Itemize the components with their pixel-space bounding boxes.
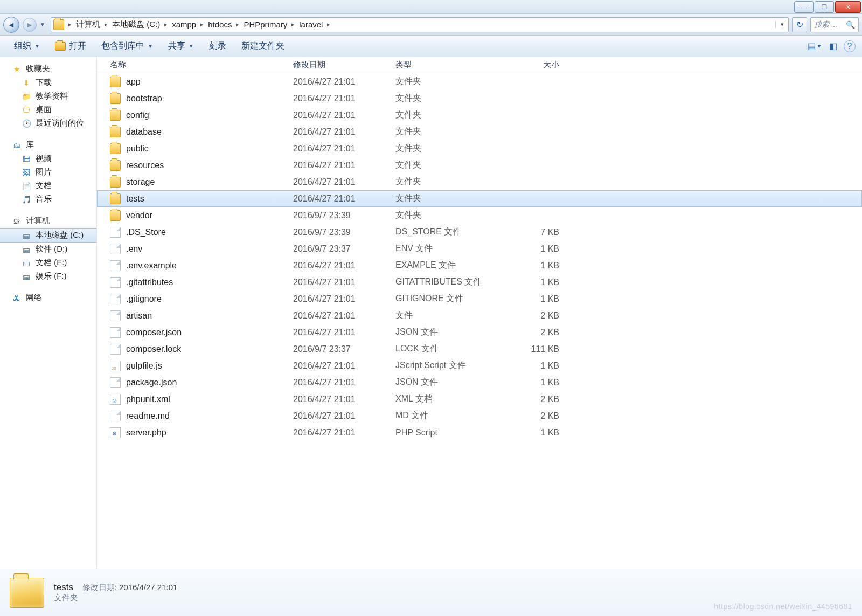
file-date: 2016/4/27 21:01 <box>293 278 395 287</box>
nav-favorites-header[interactable]: ★收藏夹 <box>0 61 96 76</box>
file-row[interactable]: .DS_Store2016/9/7 23:39DS_STORE 文件7 KB <box>97 224 862 240</box>
nav-item-icon: 🖴 <box>22 272 31 281</box>
file-row[interactable]: .gitattributes2016/4/27 21:01GITATTRIBUT… <box>97 274 862 290</box>
nav-item[interactable]: 🕑最近访问的位 <box>0 116 96 130</box>
details-text: tests 修改日期: 2016/4/27 21:01 文件夹 <box>54 582 177 603</box>
nav-forward-button[interactable]: ► <box>23 18 37 32</box>
include-in-library-menu[interactable]: 包含到库中▼ <box>94 36 161 57</box>
folder-icon <box>110 77 121 87</box>
breadcrumb-segment[interactable]: laravel <box>297 18 325 32</box>
file-row[interactable]: .env2016/9/7 23:37ENV 文件1 KB <box>97 240 862 257</box>
file-row[interactable]: gulpfile.js2016/4/27 21:01JScript Script… <box>97 357 862 374</box>
open-button[interactable]: 打开 <box>47 36 94 57</box>
file-row[interactable]: .env.example2016/4/27 21:01EXAMPLE 文件1 K… <box>97 257 862 274</box>
help-button[interactable]: ? <box>844 40 856 52</box>
nav-item[interactable]: ⬇下载 <box>0 76 96 89</box>
breadcrumb-sep-icon[interactable]: ▸ <box>66 18 74 32</box>
nav-back-button[interactable]: ◄ <box>3 17 19 33</box>
file-icon <box>110 294 121 304</box>
file-name: .env.example <box>126 261 177 271</box>
star-icon: ★ <box>12 64 22 74</box>
file-row[interactable]: artisan2016/4/27 21:01文件2 KB <box>97 307 862 324</box>
file-row[interactable]: .gitignore2016/4/27 21:01GITIGNORE 文件1 K… <box>97 290 862 307</box>
file-date: 2016/4/27 21:01 <box>293 411 395 421</box>
file-type: ENV 文件 <box>395 243 503 254</box>
column-name[interactable]: 名称 <box>110 60 293 70</box>
column-date[interactable]: 修改日期 <box>293 60 395 70</box>
burn-button[interactable]: 刻录 <box>201 36 234 57</box>
maximize-button[interactable]: ❐ <box>815 1 834 13</box>
file-icon <box>110 277 121 288</box>
nav-item[interactable]: 🖴软件 (D:) <box>0 243 96 256</box>
breadcrumb-segment[interactable]: xampp <box>170 18 198 32</box>
breadcrumb-segment[interactable]: 计算机 <box>74 18 102 32</box>
breadcrumb-sep-icon[interactable]: ▸ <box>162 18 170 32</box>
file-name: config <box>126 110 149 120</box>
file-date: 2016/9/7 23:37 <box>293 244 395 254</box>
column-size[interactable]: 大小 <box>503 60 568 70</box>
file-name: server.php <box>126 428 166 438</box>
nav-history-dropdown[interactable]: ▼ <box>40 22 47 27</box>
nav-network-header[interactable]: 🖧网络 <box>0 290 96 305</box>
nav-item[interactable]: 🎞视频 <box>0 152 96 165</box>
file-type: 文件夹 <box>395 93 503 104</box>
nav-computer-header[interactable]: 🖳计算机 <box>0 213 96 228</box>
file-row[interactable]: resources2016/4/27 21:01文件夹 <box>97 157 862 174</box>
window-titlebar: — ❐ ✕ <box>0 0 862 14</box>
file-row[interactable]: package.json2016/4/27 21:01JSON 文件1 KB <box>97 374 862 391</box>
breadcrumb-segment[interactable]: htdocs <box>206 18 234 32</box>
file-row[interactable]: phpunit.xml2016/4/27 21:01XML 文档2 KB <box>97 391 862 407</box>
file-type: XML 文档 <box>395 393 503 405</box>
breadcrumb-sep-icon[interactable]: ▸ <box>198 18 206 32</box>
file-row[interactable]: server.php2016/4/27 21:01PHP Script1 KB <box>97 424 862 441</box>
nav-item[interactable]: 📁教学资料 <box>0 89 96 103</box>
search-input[interactable]: 搜索 ... 🔍 <box>810 17 859 32</box>
nav-item[interactable]: 🖴文档 (E:) <box>0 256 96 269</box>
organize-menu[interactable]: 组织▼ <box>6 36 47 57</box>
nav-libraries-header[interactable]: 🗂库 <box>0 137 96 152</box>
breadcrumb-sep-icon[interactable]: ▸ <box>325 18 332 32</box>
column-type[interactable]: 类型 <box>395 60 503 70</box>
breadcrumb-segment[interactable]: 本地磁盘 (C:) <box>110 18 162 32</box>
file-icon <box>110 394 121 405</box>
minimize-button[interactable]: — <box>794 1 814 13</box>
preview-pane-button[interactable]: ◧ <box>825 39 840 54</box>
file-row[interactable]: app2016/4/27 21:01文件夹 <box>97 73 862 90</box>
breadcrumb-sep-icon[interactable]: ▸ <box>102 18 110 32</box>
nav-item[interactable]: 🎵音乐 <box>0 192 96 206</box>
path-dropdown-button[interactable]: ▾ <box>775 21 788 28</box>
file-row[interactable]: bootstrap2016/4/27 21:01文件夹 <box>97 90 862 107</box>
file-size: 1 KB <box>503 244 568 254</box>
nav-item-label: 文档 <box>36 181 52 191</box>
nav-item[interactable]: 🖴本地磁盘 (C:) <box>0 228 96 243</box>
refresh-button[interactable]: ↻ <box>792 17 807 32</box>
close-button[interactable]: ✕ <box>835 1 861 13</box>
file-row[interactable]: vendor2016/9/7 23:39文件夹 <box>97 207 862 224</box>
view-mode-button[interactable]: ▤▼ <box>807 39 822 54</box>
file-size: 1 KB <box>503 278 568 287</box>
breadcrumb-segment[interactable]: PHPprimary <box>241 18 289 32</box>
network-icon: 🖧 <box>12 293 22 303</box>
file-icon <box>110 310 121 321</box>
path-box[interactable]: ▸ 计算机▸本地磁盘 (C:)▸xampp▸htdocs▸PHPprimary▸… <box>51 17 789 32</box>
nav-item-icon: 🕑 <box>22 119 31 128</box>
nav-item[interactable]: 🖴娱乐 (F:) <box>0 269 96 283</box>
share-menu[interactable]: 共享▼ <box>161 36 201 57</box>
file-name: .env <box>126 244 142 254</box>
file-row[interactable]: database2016/4/27 21:01文件夹 <box>97 123 862 140</box>
nav-item[interactable]: 📄文档 <box>0 179 96 192</box>
file-row[interactable]: tests2016/4/27 21:01文件夹 <box>97 190 862 207</box>
file-row[interactable]: storage2016/4/27 21:01文件夹 <box>97 174 862 190</box>
nav-item[interactable]: 🖼图片 <box>0 165 96 179</box>
breadcrumb-sep-icon[interactable]: ▸ <box>289 18 297 32</box>
file-row[interactable]: config2016/4/27 21:01文件夹 <box>97 107 862 123</box>
new-folder-button[interactable]: 新建文件夹 <box>234 36 292 57</box>
file-type: EXAMPLE 文件 <box>395 260 503 271</box>
nav-item[interactable]: 🖵桌面 <box>0 103 96 116</box>
breadcrumb-sep-icon[interactable]: ▸ <box>234 18 241 32</box>
file-row[interactable]: composer.lock2016/9/7 23:37LOCK 文件111 KB <box>97 341 862 357</box>
file-row[interactable]: public2016/4/27 21:01文件夹 <box>97 140 862 157</box>
file-row[interactable]: composer.json2016/4/27 21:01JSON 文件2 KB <box>97 324 862 341</box>
file-row[interactable]: readme.md2016/4/27 21:01MD 文件2 KB <box>97 407 862 424</box>
folder-icon <box>110 193 121 204</box>
